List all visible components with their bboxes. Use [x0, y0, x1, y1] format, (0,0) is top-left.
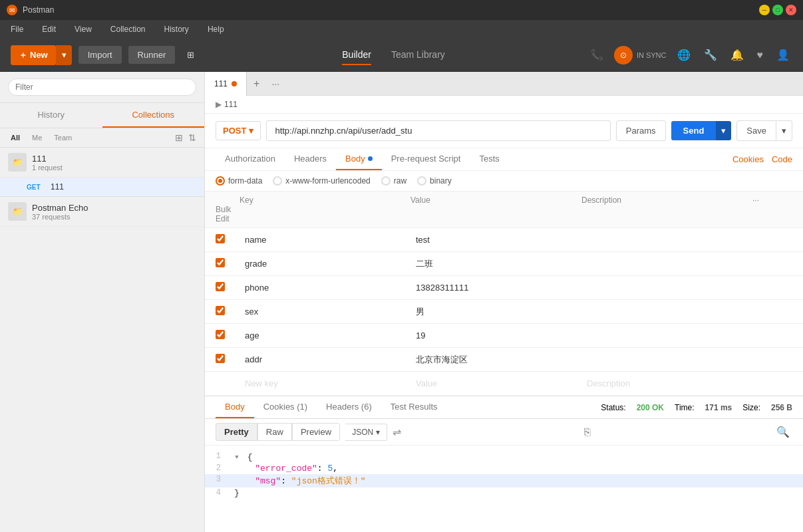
resp-tab-test-results[interactable]: Test Results	[381, 396, 447, 418]
url-input[interactable]	[266, 120, 610, 141]
resp-tab-body[interactable]: Body	[216, 396, 254, 418]
new-value-placeholder[interactable]: Value	[410, 378, 581, 388]
row-key-2[interactable]: phone	[240, 283, 410, 293]
row-checkbox-4[interactable]	[216, 330, 225, 339]
collection-item-111[interactable]: 📁 111 1 request	[0, 148, 204, 178]
menu-view[interactable]: View	[71, 23, 96, 35]
save-dropdown-button[interactable]: ▾	[776, 120, 792, 141]
runner-button[interactable]: Runner	[128, 46, 176, 64]
intercept-button[interactable]: ⊞	[182, 47, 200, 63]
search-icon[interactable]: 🔍	[774, 423, 792, 441]
sync-text: IN SYNC	[637, 51, 667, 59]
save-button[interactable]: Save	[736, 120, 776, 141]
new-description-placeholder[interactable]: Description	[581, 378, 752, 388]
new-button-wrapper[interactable]: ＋ New ▾	[11, 45, 72, 65]
filter-team[interactable]: Team	[51, 132, 75, 143]
req-tab-tests[interactable]: Tests	[470, 148, 508, 170]
menu-help[interactable]: Help	[204, 23, 228, 35]
nav-team-library[interactable]: Team Library	[391, 45, 445, 65]
send-button[interactable]: Send	[671, 121, 717, 140]
bell-icon-button[interactable]: 🔔	[728, 46, 746, 64]
format-raw-button[interactable]: Raw	[257, 423, 292, 441]
row-checkbox-3[interactable]	[216, 306, 225, 315]
code-area: 1 ▾ { 2 "error_code": 5, 3 "msg":	[205, 446, 803, 504]
table-more-btn[interactable]: ···	[752, 196, 792, 205]
add-tab-button[interactable]: +	[247, 72, 266, 96]
code-content-2: "error_code": 5,	[229, 464, 803, 473]
row-key-1[interactable]: grade	[240, 259, 410, 269]
row-key-5[interactable]: addr	[240, 354, 410, 364]
row-key-3[interactable]: sex	[240, 307, 410, 317]
row-value-5[interactable]: 北京市海淀区	[410, 354, 581, 366]
minimize-button[interactable]: ─	[759, 5, 770, 15]
req-tab-authorization[interactable]: Authorization	[216, 148, 285, 170]
user-icon-button[interactable]: 👤	[774, 46, 792, 64]
req-tab-pre-request-script[interactable]: Pre-request Script	[382, 148, 470, 170]
row-value-3[interactable]: 男	[410, 306, 581, 318]
filter-me[interactable]: Me	[29, 132, 45, 143]
cookies-link[interactable]: Cookies	[732, 154, 764, 164]
resp-tab-cookies[interactable]: Cookies (1)	[254, 396, 317, 418]
method-select[interactable]: POST ▾	[216, 121, 261, 140]
row-key-4[interactable]: age	[240, 331, 410, 340]
new-button-dropdown[interactable]: ▾	[56, 45, 72, 65]
copy-icon[interactable]: ⎘	[581, 424, 593, 441]
format-pretty-button[interactable]: Pretty	[216, 423, 257, 441]
row-checkbox-5[interactable]	[216, 354, 225, 363]
row-checkbox-1[interactable]	[216, 258, 225, 267]
form-row-new: New key Value Description	[205, 372, 803, 396]
maximize-button[interactable]: □	[772, 5, 783, 15]
get-request-item-111[interactable]: GET 111	[0, 178, 204, 197]
new-collection-icon[interactable]: ⊞	[175, 132, 183, 143]
row-value-4[interactable]: 19	[410, 331, 581, 340]
collection-item-postman-echo[interactable]: 📁 Postman Echo 37 requests	[0, 197, 204, 227]
more-tabs-button[interactable]: ···	[266, 72, 285, 96]
filter-all[interactable]: All	[8, 132, 23, 143]
globe-icon-button[interactable]: 🌐	[675, 46, 693, 64]
row-check-cell-3	[216, 306, 240, 317]
close-button[interactable]: ✕	[786, 5, 796, 15]
form-row-0: name test	[205, 228, 803, 252]
menu-edit[interactable]: Edit	[38, 23, 60, 35]
tab-item-111[interactable]: 111	[205, 72, 247, 96]
type-select[interactable]: JSON ▾	[345, 424, 387, 441]
row-checkbox-2[interactable]	[216, 282, 225, 291]
radio-raw[interactable]: raw	[381, 176, 406, 186]
wrench-icon-button[interactable]: 🔧	[701, 46, 720, 64]
params-button[interactable]: Params	[616, 120, 666, 141]
bulk-edit-button[interactable]: Bulk Edit	[216, 205, 240, 223]
request-tabs: Authorization Headers Body Pre-request S…	[205, 148, 803, 171]
expand-icon-1[interactable]: ▾	[234, 452, 240, 462]
format-preview-button[interactable]: Preview	[292, 423, 340, 441]
row-value-0[interactable]: test	[410, 235, 581, 245]
import-button[interactable]: Import	[79, 46, 122, 64]
nav-builder[interactable]: Builder	[342, 45, 371, 65]
sort-icon[interactable]: ⇅	[188, 132, 196, 143]
wrap-icon[interactable]: ⇌	[393, 426, 401, 438]
tab-collections[interactable]: Collections	[102, 103, 205, 128]
new-button[interactable]: ＋ New	[11, 45, 56, 65]
title-bar-controls[interactable]: ─ □ ✕	[759, 5, 796, 15]
row-key-0[interactable]: name	[240, 235, 410, 245]
new-key-placeholder[interactable]: New key	[240, 378, 410, 388]
row-checkbox-0[interactable]	[216, 234, 225, 243]
menu-collection[interactable]: Collection	[106, 23, 150, 35]
filter-input[interactable]	[8, 78, 196, 96]
row-value-1[interactable]: 二班	[410, 258, 581, 270]
format-buttons: Pretty Raw Preview	[216, 423, 340, 441]
radio-form-data[interactable]: form-data	[216, 176, 262, 186]
phone-icon-button[interactable]: 📞	[587, 46, 606, 64]
content-area: 111 + ··· ▶ 111 POST ▾ Params Send ▾ Sav	[205, 72, 803, 532]
req-tab-body[interactable]: Body	[336, 148, 382, 170]
radio-binary[interactable]: binary	[417, 176, 452, 186]
req-tab-headers[interactable]: Headers	[285, 148, 336, 170]
tab-history[interactable]: History	[0, 103, 102, 128]
resp-tab-headers[interactable]: Headers (6)	[317, 396, 381, 418]
menu-history[interactable]: History	[160, 23, 193, 35]
row-value-2[interactable]: 13828311111	[410, 283, 581, 293]
menu-file[interactable]: File	[7, 23, 27, 35]
heart-icon-button[interactable]: ♥	[754, 47, 766, 64]
code-link[interactable]: Code	[772, 154, 792, 164]
radio-urlencoded[interactable]: x-www-form-urlencoded	[273, 176, 370, 186]
send-dropdown-button[interactable]: ▾	[716, 121, 731, 140]
